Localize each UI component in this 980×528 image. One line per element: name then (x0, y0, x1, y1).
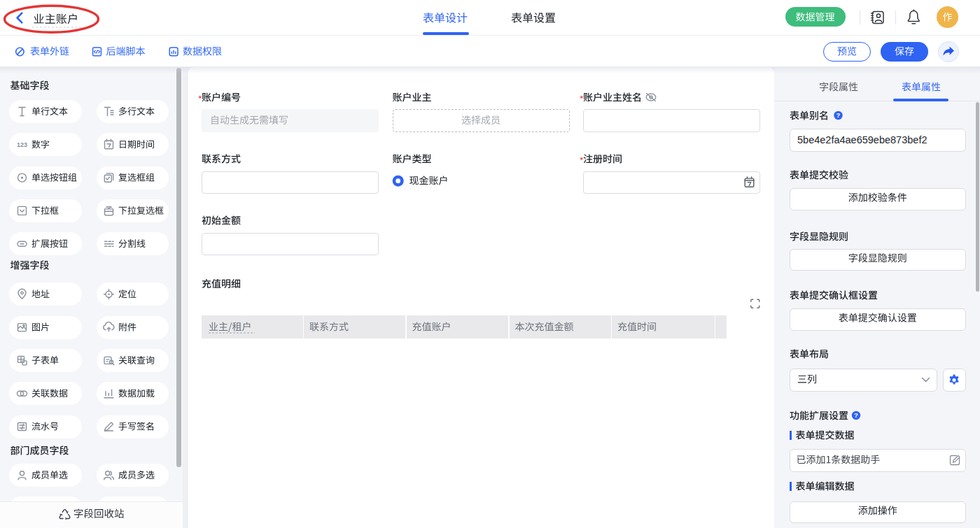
svg-text:123: 123 (17, 141, 27, 148)
svg-text:5be4e2fa4ae659ebe873bef2: 5be4e2fa4ae659ebe873bef2 (797, 134, 927, 145)
svg-text:?: ? (836, 111, 841, 119)
svg-text:?: ? (854, 411, 858, 419)
